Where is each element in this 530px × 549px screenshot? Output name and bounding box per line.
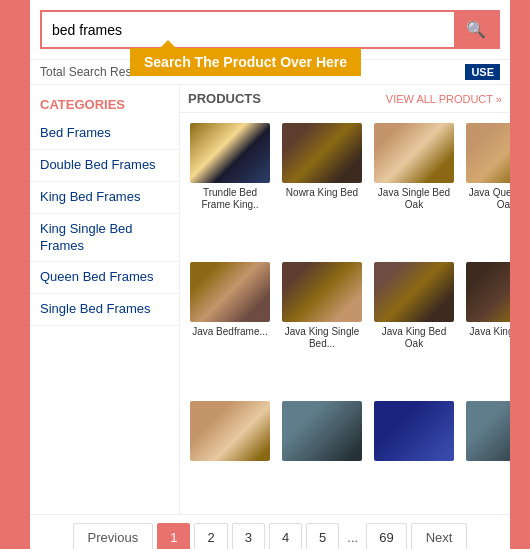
product-name-3: Java Queen Bed Oak bbox=[466, 187, 510, 211]
view-all-link[interactable]: VIEW ALL PRODUCT » bbox=[386, 93, 502, 105]
product-image-7 bbox=[466, 262, 510, 322]
product-card-5[interactable]: Java King Single Bed... bbox=[278, 258, 366, 393]
product-name-1: Nowra King Bed bbox=[286, 187, 358, 199]
product-card-11[interactable] bbox=[462, 397, 510, 508]
product-card-6[interactable]: Java King Bed Oak bbox=[370, 258, 458, 393]
product-name-0: Trundle Bed Frame King.. bbox=[190, 187, 270, 211]
search-icon: 🔍 bbox=[466, 21, 486, 38]
sidebar-item-queen-bed-frames[interactable]: Queen Bed Frames bbox=[30, 262, 179, 294]
page-69-button[interactable]: 69 bbox=[366, 523, 406, 549]
product-name-5: Java King Single Bed... bbox=[282, 326, 362, 350]
product-image-0 bbox=[190, 123, 270, 183]
page-4-button[interactable]: 4 bbox=[269, 523, 302, 549]
prev-button[interactable]: Previous bbox=[73, 523, 154, 549]
pagination-ellipsis: ... bbox=[343, 524, 362, 549]
product-card-9[interactable] bbox=[278, 397, 366, 508]
product-name-6: Java King Bed Oak bbox=[374, 326, 454, 350]
product-card-7[interactable]: Java King Bed... bbox=[462, 258, 510, 393]
page-3-button[interactable]: 3 bbox=[232, 523, 265, 549]
search-input-wrapper: 🔍 bbox=[40, 10, 500, 49]
product-image-11 bbox=[466, 401, 510, 461]
categories-header: CATEGORIES bbox=[30, 93, 179, 118]
sidebar: CATEGORIES Bed Frames Double Bed Frames … bbox=[30, 85, 180, 514]
sidebar-item-king-single-bed-frames[interactable]: King Single Bed Frames bbox=[30, 214, 179, 263]
product-card-10[interactable] bbox=[370, 397, 458, 508]
product-name-2: Java Single Bed Oak bbox=[374, 187, 454, 211]
product-card-1[interactable]: Nowra King Bed bbox=[278, 119, 366, 254]
product-image-5 bbox=[282, 262, 362, 322]
main-container: 🔍 Search The Product Over Here Total Sea… bbox=[30, 0, 510, 549]
sidebar-item-king-bed-frames[interactable]: King Bed Frames bbox=[30, 182, 179, 214]
product-card-4[interactable]: Java Bedframe... bbox=[186, 258, 274, 393]
product-image-2 bbox=[374, 123, 454, 183]
use-button[interactable]: USE bbox=[465, 64, 500, 80]
product-image-9 bbox=[282, 401, 362, 461]
product-card-8[interactable] bbox=[186, 397, 274, 508]
product-image-10 bbox=[374, 401, 454, 461]
product-image-3 bbox=[466, 123, 510, 183]
total-search-label: Total Search Result bbox=[40, 65, 144, 79]
tooltip-text: Search The Product Over Here bbox=[144, 54, 347, 70]
products-area: PRODUCTS VIEW ALL PRODUCT » Trundle Bed … bbox=[180, 85, 510, 514]
search-input[interactable] bbox=[42, 14, 454, 46]
sidebar-item-double-bed-frames[interactable]: Double Bed Frames bbox=[30, 150, 179, 182]
next-button[interactable]: Next bbox=[411, 523, 468, 549]
sidebar-item-bed-frames[interactable]: Bed Frames bbox=[30, 118, 179, 150]
product-image-6 bbox=[374, 262, 454, 322]
product-card-3[interactable]: Java Queen Bed Oak bbox=[462, 119, 510, 254]
search-tooltip-banner: Search The Product Over Here bbox=[130, 48, 361, 76]
content-area: CATEGORIES Bed Frames Double Bed Frames … bbox=[30, 85, 510, 514]
product-name-4: Java Bedframe... bbox=[192, 326, 268, 338]
products-title: PRODUCTS bbox=[188, 91, 261, 106]
bg-left-decoration bbox=[0, 0, 30, 549]
page-2-button[interactable]: 2 bbox=[194, 523, 227, 549]
pagination: Previous 1 2 3 4 5 ... 69 Next bbox=[30, 514, 510, 549]
product-name-7: Java King Bed... bbox=[470, 326, 510, 338]
page-5-button[interactable]: 5 bbox=[306, 523, 339, 549]
bg-right-decoration bbox=[510, 0, 530, 549]
product-image-8 bbox=[190, 401, 270, 461]
product-image-4 bbox=[190, 262, 270, 322]
search-button[interactable]: 🔍 bbox=[454, 12, 498, 47]
product-card-2[interactable]: Java Single Bed Oak bbox=[370, 119, 458, 254]
page-1-button[interactable]: 1 bbox=[157, 523, 190, 549]
product-card-0[interactable]: Trundle Bed Frame King.. bbox=[186, 119, 274, 254]
products-grid: Trundle Bed Frame King..Nowra King BedJa… bbox=[180, 113, 510, 514]
sidebar-item-single-bed-frames[interactable]: Single Bed Frames bbox=[30, 294, 179, 326]
products-header: PRODUCTS VIEW ALL PRODUCT » bbox=[180, 85, 510, 113]
product-image-1 bbox=[282, 123, 362, 183]
